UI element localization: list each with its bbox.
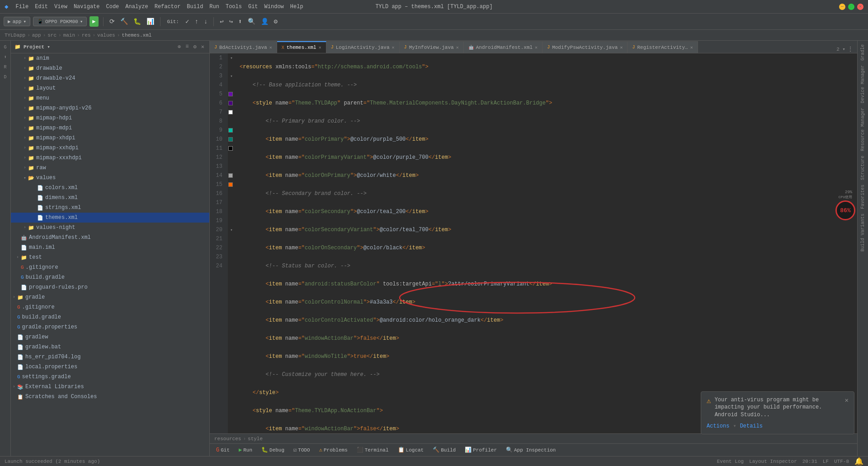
share-icon[interactable]: ⬆	[237, 16, 243, 27]
run-config-dropdown[interactable]: ▶ app ▾	[4, 17, 30, 26]
menu-file[interactable]: File	[15, 4, 28, 10]
tree-item-raw[interactable]: › 📁 raw	[11, 163, 209, 173]
favorites-panel-btn[interactable]: Favorites	[859, 183, 866, 211]
terminal-btn[interactable]: ⬛ Terminal	[353, 446, 392, 454]
git-pull-icon[interactable]: ↓	[203, 17, 209, 27]
tab-themes[interactable]: X themes.xml ✕	[277, 41, 326, 53]
commit-icon[interactable]: ⬆	[1, 52, 10, 62]
color-swatch-9[interactable]	[228, 128, 233, 133]
breadcrumb-values[interactable]: values	[97, 33, 115, 38]
menu-run[interactable]: Run	[209, 4, 219, 10]
tree-item-drawable[interactable]: › 📁 drawable	[11, 63, 209, 73]
breadcrumb-app[interactable]: TYLDapp	[5, 33, 25, 38]
breadcrumb-module[interactable]: app	[32, 33, 41, 38]
tree-item-scratches[interactable]: 📋 Scratches and Consoles	[11, 392, 209, 402]
git-btn[interactable]: G Git	[212, 446, 233, 454]
tab-close-btn[interactable]: ✕	[456, 45, 459, 50]
search-toolbar-icon[interactable]: 🔍	[246, 16, 257, 27]
undo-icon[interactable]: ↩	[218, 16, 225, 27]
line-col-indicator[interactable]: 20:31	[802, 459, 817, 464]
tab-androidmanifest[interactable]: 🤖 AndroidManifest.xml ✕	[464, 41, 542, 53]
git-check-icon[interactable]: ✓	[184, 16, 190, 27]
tree-item-settings-gradle[interactable]: G settings.gradle	[11, 372, 209, 382]
color-swatch-6[interactable]	[228, 101, 233, 105]
tree-item-colors[interactable]: 📄 colors.xml	[11, 183, 209, 193]
run-bottom-btn[interactable]: ▶ Run	[235, 446, 256, 454]
tree-item-anim[interactable]: › 📁 anim	[11, 53, 209, 63]
profile-icon[interactable]: 📊	[145, 16, 156, 27]
layout-inspector-btn[interactable]: Layout Inspector	[749, 459, 797, 464]
breadcrumb-main[interactable]: main	[63, 33, 75, 38]
tab-loginactivity[interactable]: J LoginActivity.java ✕	[326, 41, 400, 53]
tree-item-menu[interactable]: › 📁 menu	[11, 93, 209, 103]
tab-close-btn[interactable]: ✕	[535, 45, 538, 50]
bc-resources[interactable]: resources	[214, 436, 241, 442]
tab-close-btn[interactable]: ✕	[392, 45, 395, 50]
encoding-indicator[interactable]: UTF-8	[834, 459, 849, 464]
tab-close-btn[interactable]: ✕	[690, 45, 693, 50]
pin-editor-btn[interactable]: ⋮	[847, 45, 854, 53]
tree-item-gradlew-bat[interactable]: 📄 gradlew.bat	[11, 342, 209, 352]
menu-build[interactable]: Build	[187, 4, 203, 10]
color-swatch-5[interactable]	[228, 92, 233, 96]
color-swatch-14[interactable]	[228, 173, 233, 178]
panel-settings-btn[interactable]: ⚙	[192, 43, 198, 51]
minimize-button[interactable]: —	[839, 4, 845, 10]
menu-git[interactable]: Git	[248, 4, 258, 10]
tree-item-mipmap-xhdpi[interactable]: › 📁 mipmap-xhdpi	[11, 133, 209, 143]
tree-item-themes[interactable]: 📄 themes.xml	[11, 213, 209, 223]
tree-item-proguard[interactable]: 📄 proguard-rules.pro	[11, 282, 209, 292]
cpu-circle[interactable]: 86%	[835, 200, 855, 220]
panel-collapse-btn[interactable]: ≡	[184, 43, 190, 51]
fold-arrow[interactable]: ▾	[230, 56, 232, 61]
tree-item-manifest[interactable]: 🤖 AndroidManifest.xml	[11, 233, 209, 243]
todo-btn[interactable]: ☑ TODO	[290, 446, 314, 454]
breadcrumb-res[interactable]: res	[82, 33, 91, 38]
redo-icon[interactable]: ↪	[228, 16, 234, 27]
app-inspection-btn[interactable]: 🔍 App Inspection	[502, 446, 559, 454]
tree-item-strings[interactable]: 📄 strings.xml	[11, 203, 209, 213]
menu-window[interactable]: Window	[264, 4, 284, 10]
fold-arrow[interactable]: ▾	[230, 74, 232, 79]
breadcrumb-file[interactable]: themes.xml	[122, 33, 151, 38]
user-icon[interactable]: 👤	[259, 16, 270, 27]
tree-item-test[interactable]: › 📁 test	[11, 252, 209, 262]
logcat-btn[interactable]: 📋 Logcat	[394, 446, 428, 454]
tree-item-mipmap-mdpi[interactable]: › 📁 mipmap-mdpi	[11, 123, 209, 133]
menu-help[interactable]: Help	[290, 4, 303, 10]
tree-item-mipmap-hdpi[interactable]: › 📁 mipmap-hdpi	[11, 113, 209, 123]
tree-item-gradlew[interactable]: 📄 gradlew	[11, 332, 209, 342]
tree-item-local-props[interactable]: 📄 local.properties	[11, 362, 209, 372]
tree-item-drawable-v24[interactable]: › 📁 drawable-v24	[11, 73, 209, 83]
menu-edit[interactable]: Edit	[35, 4, 48, 10]
gradle-panel-btn[interactable]: Gradle	[859, 43, 866, 62]
menu-refactor[interactable]: Refactor	[155, 4, 181, 10]
tree-item-mipmap-anydpi[interactable]: › 📁 mipmap-anydpi-v26	[11, 103, 209, 113]
notification-close-btn[interactable]: ✕	[845, 396, 849, 404]
run-button[interactable]: ▶	[90, 16, 98, 27]
tab-modifypsw[interactable]: J ModifyPswActivity.java ✕	[542, 41, 627, 53]
tree-item-values-night[interactable]: › 📁 values-night	[11, 223, 209, 233]
tree-item-root-build-gradle[interactable]: G build.gradle	[11, 312, 209, 322]
code-editor[interactable]: 1 2 3 4 5 6 7 8 9 10 11 12 13 14 15 16 1	[210, 53, 857, 433]
tab-close-btn[interactable]: ✕	[269, 45, 272, 50]
menu-tools[interactable]: Tools	[226, 4, 242, 10]
color-swatch-11[interactable]	[228, 146, 233, 151]
debug-icon[interactable]: 🐛	[132, 16, 142, 27]
tree-item-root-gitignore[interactable]: G .gitignore	[11, 302, 209, 312]
tree-item-gitignore[interactable]: G .gitignore	[11, 262, 209, 272]
color-swatch-10[interactable]	[228, 137, 233, 142]
panel-add-btn[interactable]: ⊕	[176, 43, 182, 51]
breadcrumb-src[interactable]: src	[47, 33, 57, 38]
tree-item-log[interactable]: 📄 hs_err_pid704.log	[11, 352, 209, 362]
close-button[interactable]: ✕	[857, 4, 863, 10]
device-mgr-panel-btn[interactable]: Device Manager	[859, 63, 866, 105]
tab-register[interactable]: J RegisterActivity… ✕	[627, 41, 698, 53]
line-ending-indicator[interactable]: LF	[823, 459, 829, 464]
event-log-btn[interactable]: Event Log	[717, 459, 744, 464]
notification-details-btn[interactable]: Details	[740, 423, 763, 429]
settings-icon[interactable]: ⚙	[273, 16, 279, 27]
resource-mgr-panel-btn[interactable]: Resource Manager	[859, 106, 866, 153]
resource-mgr-icon[interactable]: R	[1, 62, 10, 71]
profiler-btn[interactable]: 📊 Profiler	[461, 446, 500, 454]
